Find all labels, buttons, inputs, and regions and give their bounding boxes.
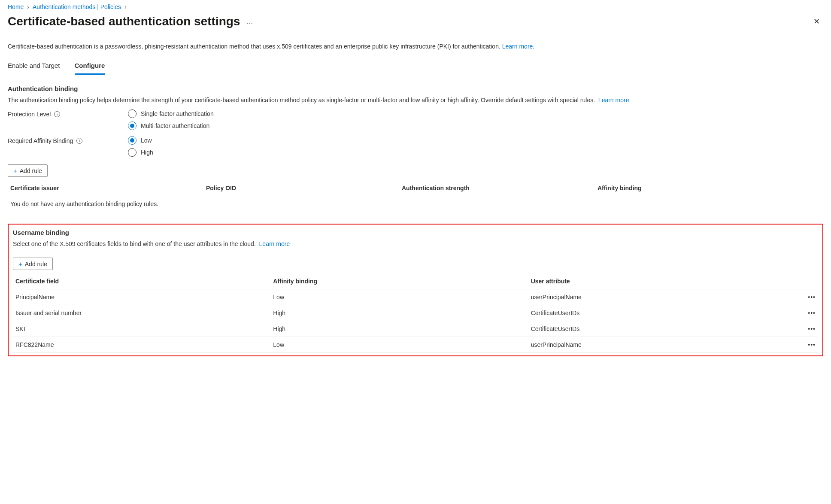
info-icon[interactable]: i xyxy=(76,138,82,144)
add-username-rule-button[interactable]: + Add rule xyxy=(13,258,53,270)
cell-certificate-field: SKI xyxy=(13,321,270,337)
protection-level-radio-group: Single-factor authentication Multi-facto… xyxy=(128,109,214,130)
tab-configure[interactable]: Configure xyxy=(75,59,105,75)
breadcrumb: Home › Authentication methods | Policies… xyxy=(8,3,823,10)
add-auth-rule-button[interactable]: + Add rule xyxy=(8,164,48,177)
breadcrumb-home[interactable]: Home xyxy=(8,3,24,10)
auth-binding-learn-more-link[interactable]: Learn more xyxy=(598,97,629,103)
col-auth-strength: Authentication strength xyxy=(399,181,595,196)
close-icon[interactable]: ✕ xyxy=(810,15,823,28)
required-affinity-label: Required Affinity Binding xyxy=(8,137,73,144)
cell-affinity-binding: Low xyxy=(270,337,528,353)
cell-certificate-field: RFC822Name xyxy=(13,337,270,353)
add-username-rule-label: Add rule xyxy=(25,261,47,267)
radio-multi-factor[interactable]: Multi-factor authentication xyxy=(128,121,214,130)
row-actions-icon[interactable]: ••• xyxy=(786,305,818,321)
col-certificate-issuer: Certificate issuer xyxy=(8,181,203,196)
add-auth-rule-label: Add rule xyxy=(20,167,42,174)
radio-icon xyxy=(128,109,136,118)
auth-binding-body-text: The authentication binding policy helps … xyxy=(8,97,595,103)
username-binding-section: Username binding Select one of the X.509… xyxy=(8,224,823,356)
plus-icon: + xyxy=(18,260,22,267)
cell-certificate-field: PrincipalName xyxy=(13,289,270,305)
radio-icon xyxy=(128,121,136,130)
radio-multi-factor-label: Multi-factor authentication xyxy=(141,122,209,129)
auth-binding-empty-row: You do not have any authentication bindi… xyxy=(8,196,823,212)
row-actions-icon[interactable]: ••• xyxy=(786,321,818,337)
radio-affinity-low[interactable]: Low xyxy=(128,136,153,145)
username-binding-heading: Username binding xyxy=(13,229,818,236)
protection-level-label: Protection Level xyxy=(8,111,51,118)
table-row: SKI High CertificateUserIDs ••• xyxy=(13,321,818,337)
table-row: PrincipalName Low userPrincipalName ••• xyxy=(13,289,818,305)
cell-certificate-field: Issuer and serial number xyxy=(13,305,270,321)
cell-affinity-binding: Low xyxy=(270,289,528,305)
radio-affinity-low-label: Low xyxy=(141,137,152,144)
username-binding-table: Certificate field Affinity binding User … xyxy=(13,274,818,353)
radio-single-factor-label: Single-factor authentication xyxy=(141,110,214,117)
tabs: Enable and Target Configure xyxy=(8,59,823,75)
auth-binding-body: The authentication binding policy helps … xyxy=(8,97,823,103)
affinity-radio-group: Low High xyxy=(128,136,153,157)
radio-affinity-high-label: High xyxy=(141,149,153,156)
cell-user-attribute: userPrincipalName xyxy=(528,289,786,305)
cell-affinity-binding: High xyxy=(270,305,528,321)
col-user-attribute: User attribute xyxy=(528,274,786,289)
radio-single-factor[interactable]: Single-factor authentication xyxy=(128,109,214,118)
cell-user-attribute: CertificateUserIDs xyxy=(528,305,786,321)
row-actions-icon[interactable]: ••• xyxy=(786,337,818,353)
radio-icon xyxy=(128,148,136,157)
page-title: Certificate-based authentication setting… xyxy=(8,15,240,28)
chevron-right-icon: › xyxy=(27,3,29,10)
cell-affinity-binding: High xyxy=(270,321,528,337)
col-affinity-binding: Affinity binding xyxy=(595,181,823,196)
col-affinity-binding: Affinity binding xyxy=(270,274,528,289)
authentication-binding-section: Authentication binding The authenticatio… xyxy=(8,85,823,212)
plus-icon: + xyxy=(13,167,17,174)
auth-binding-heading: Authentication binding xyxy=(8,85,823,92)
col-certificate-field: Certificate field xyxy=(13,274,270,289)
tab-enable-and-target[interactable]: Enable and Target xyxy=(8,59,60,75)
table-row: RFC822Name Low userPrincipalName ••• xyxy=(13,337,818,353)
radio-affinity-high[interactable]: High xyxy=(128,148,153,157)
page-description: Certificate-based authentication is a pa… xyxy=(8,43,823,50)
table-row: Issuer and serial number High Certificat… xyxy=(13,305,818,321)
username-binding-body: Select one of the X.509 certificates fie… xyxy=(13,240,818,247)
radio-icon xyxy=(128,136,136,145)
protection-level-row: Protection Level i Single-factor authent… xyxy=(8,109,823,130)
chevron-right-icon: › xyxy=(124,3,127,10)
info-icon[interactable]: i xyxy=(54,111,60,117)
required-affinity-row: Required Affinity Binding i Low High xyxy=(8,136,823,157)
breadcrumb-auth-methods[interactable]: Authentication methods | Policies xyxy=(33,3,121,10)
col-policy-oid: Policy OID xyxy=(203,181,399,196)
cell-user-attribute: CertificateUserIDs xyxy=(528,321,786,337)
more-actions-icon[interactable]: … xyxy=(246,18,253,25)
username-binding-body-text: Select one of the X.509 certificates fie… xyxy=(13,240,256,247)
row-actions-icon[interactable]: ••• xyxy=(786,289,818,305)
username-binding-learn-more-link[interactable]: Learn more xyxy=(259,240,290,247)
title-row: Certificate-based authentication setting… xyxy=(8,15,823,28)
cell-user-attribute: userPrincipalName xyxy=(528,337,786,353)
learn-more-link[interactable]: Learn more xyxy=(502,43,533,50)
auth-binding-empty-text: You do not have any authentication bindi… xyxy=(8,196,823,212)
page-description-text: Certificate-based authentication is a pa… xyxy=(8,43,500,50)
auth-binding-table: Certificate issuer Policy OID Authentica… xyxy=(8,181,823,212)
